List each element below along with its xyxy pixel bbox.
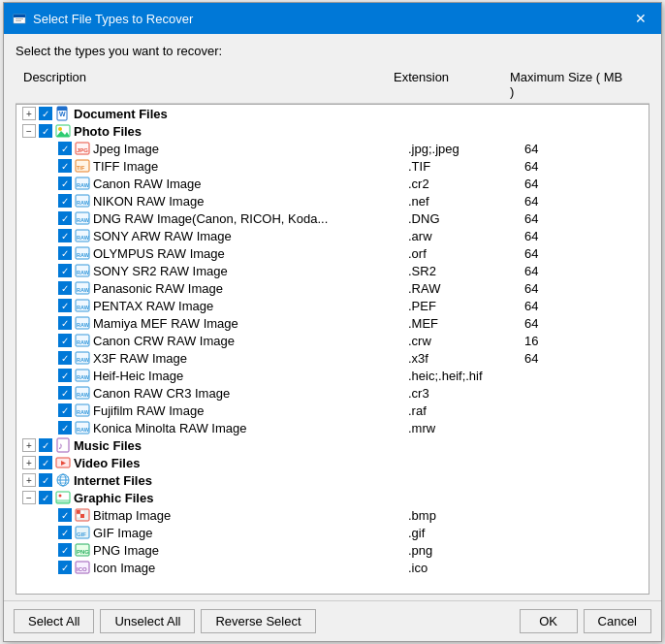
- file-type-label: Canon CRW RAW Image: [93, 334, 235, 348]
- tree-item[interactable]: RAWMamiya MEF RAW Image.MEF64: [16, 314, 649, 332]
- checkbox[interactable]: [58, 369, 72, 382]
- tree-item[interactable]: +Internet Files: [16, 471, 649, 489]
- file-type-icon: RAW: [75, 402, 90, 418]
- checkbox[interactable]: [58, 194, 72, 208]
- extension-value: .raf: [404, 403, 521, 418]
- extension-value: .PEF: [404, 299, 521, 313]
- tree-item[interactable]: RAWPanasonic RAW Image.RAW64: [16, 279, 649, 297]
- checkbox[interactable]: [58, 177, 72, 190]
- svg-text:RAW: RAW: [77, 252, 90, 258]
- tree-item[interactable]: GIFGIF Image.gif: [16, 524, 649, 541]
- tree-item[interactable]: JPGJpeg Image.jpg;.jpeg64: [16, 140, 649, 157]
- collapse-button[interactable]: −: [22, 491, 36, 504]
- expand-button[interactable]: +: [22, 473, 36, 487]
- tree-item[interactable]: RAWSONY SR2 RAW Image.SR264: [16, 262, 649, 279]
- svg-text:RAW: RAW: [77, 287, 90, 293]
- tree-item[interactable]: RAWX3F RAW Image.x3f64: [16, 349, 649, 367]
- svg-text:RAW: RAW: [77, 217, 90, 223]
- checkbox[interactable]: [58, 526, 72, 539]
- expand-button[interactable]: +: [22, 107, 36, 120]
- extension-value: .SR2: [404, 264, 521, 278]
- file-type-icon: [75, 507, 90, 523]
- checkbox[interactable]: [39, 473, 52, 487]
- max-size-value: 64: [521, 246, 647, 261]
- tree-item[interactable]: RAWCanon RAW CR3 Image.cr3: [16, 384, 649, 402]
- checkbox[interactable]: [58, 142, 72, 155]
- tree-item[interactable]: RAWCanon RAW Image.cr264: [16, 175, 649, 192]
- tree-item[interactable]: RAWFujifilm RAW Image.raf: [16, 402, 649, 419]
- checkbox[interactable]: [58, 211, 72, 225]
- svg-rect-59: [77, 514, 80, 518]
- tree-item[interactable]: RAWCanon CRW RAW Image.crw16: [16, 332, 649, 349]
- extension-value: .bmp: [404, 508, 521, 523]
- checkbox[interactable]: [58, 159, 72, 173]
- svg-text:RAW: RAW: [77, 339, 90, 345]
- checkbox[interactable]: [58, 508, 72, 522]
- dialog-title: Select File Types to Recover: [33, 12, 628, 26]
- file-type-icon: RAW: [75, 193, 90, 209]
- tree-item[interactable]: +Video Files: [16, 454, 649, 471]
- checkbox[interactable]: [58, 421, 72, 435]
- tree-item[interactable]: RAWPENTAX RAW Image.PEF64: [16, 297, 649, 314]
- svg-text:♪: ♪: [58, 440, 63, 451]
- svg-text:JPG: JPG: [77, 147, 88, 153]
- tree-item[interactable]: RAWOLYMPUS RAW Image.orf64: [16, 244, 649, 262]
- tree-item[interactable]: RAWSONY ARW RAW Image.arw64: [16, 227, 649, 244]
- tree-item[interactable]: −Photo Files: [16, 122, 649, 140]
- tree-item[interactable]: −Graphic Files: [16, 489, 649, 506]
- bottom-bar: Select All Unselect All Reverse Select O…: [4, 600, 661, 641]
- svg-text:RAW: RAW: [77, 270, 90, 275]
- checkbox[interactable]: [58, 543, 72, 557]
- svg-rect-2: [16, 18, 23, 19]
- select-all-button[interactable]: Select All: [14, 609, 94, 633]
- checkbox[interactable]: [39, 438, 52, 452]
- tree-item[interactable]: PNGPNG Image.png: [16, 541, 649, 559]
- dialog: Select File Types to Recover ✕ Select th…: [3, 2, 662, 642]
- svg-text:RAW: RAW: [77, 305, 90, 310]
- tree-item[interactable]: TIFTIFF Image.TIF64: [16, 157, 649, 175]
- tree-item[interactable]: RAWHeif-Heic Image.heic;.heif;.hif: [16, 367, 649, 384]
- expand-button[interactable]: +: [22, 456, 36, 469]
- tree-item[interactable]: ICOIcon Image.ico: [16, 559, 649, 576]
- checkbox[interactable]: [39, 124, 52, 138]
- max-size-value: 64: [521, 159, 647, 174]
- checkbox[interactable]: [58, 264, 72, 277]
- file-type-icon: ICO: [75, 560, 90, 575]
- checkbox[interactable]: [58, 316, 72, 330]
- collapse-button[interactable]: −: [22, 124, 36, 138]
- checkbox[interactable]: [58, 281, 72, 295]
- tree-container[interactable]: +WDocument Files−Photo FilesJPGJpeg Imag…: [16, 104, 649, 595]
- tree-item[interactable]: RAWNIKON RAW Image.nef64: [16, 192, 649, 209]
- file-type-label: Mamiya MEF RAW Image: [93, 316, 238, 331]
- svg-text:PNG: PNG: [77, 549, 89, 555]
- checkbox[interactable]: [58, 229, 72, 242]
- file-type-label: Konica Minolta RAW Image: [93, 421, 246, 435]
- file-type-icon: PNG: [75, 542, 90, 558]
- checkbox[interactable]: [39, 491, 52, 504]
- extension-value: .orf: [404, 246, 521, 261]
- checkbox[interactable]: [58, 561, 72, 574]
- checkbox[interactable]: [58, 299, 72, 312]
- tree-item[interactable]: +♪Music Files: [16, 436, 649, 454]
- tree-item[interactable]: RAWDNG RAW Image(Canon, RICOH, Koda....D…: [16, 209, 649, 227]
- checkbox[interactable]: [58, 386, 72, 400]
- reverse-select-button[interactable]: Reverse Select: [201, 609, 315, 633]
- checkbox[interactable]: [39, 107, 52, 120]
- file-type-label: Photo Files: [74, 124, 142, 139]
- checkbox[interactable]: [58, 351, 72, 365]
- max-size-value: 64: [521, 229, 647, 243]
- checkbox[interactable]: [58, 334, 72, 347]
- unselect-all-button[interactable]: Unselect All: [100, 609, 195, 633]
- checkbox[interactable]: [39, 456, 52, 469]
- file-type-icon: RAW: [75, 228, 90, 243]
- expand-button[interactable]: +: [22, 438, 36, 452]
- extension-value: .crw: [404, 334, 521, 348]
- ok-button[interactable]: OK: [520, 609, 578, 633]
- cancel-button[interactable]: Cancel: [584, 609, 651, 633]
- close-button[interactable]: ✕: [628, 9, 653, 28]
- tree-item[interactable]: RAWKonica Minolta RAW Image.mrw: [16, 419, 649, 436]
- checkbox[interactable]: [58, 246, 72, 260]
- tree-item[interactable]: +WDocument Files: [16, 105, 649, 122]
- checkbox[interactable]: [58, 403, 72, 417]
- tree-item[interactable]: Bitmap Image.bmp: [16, 506, 649, 524]
